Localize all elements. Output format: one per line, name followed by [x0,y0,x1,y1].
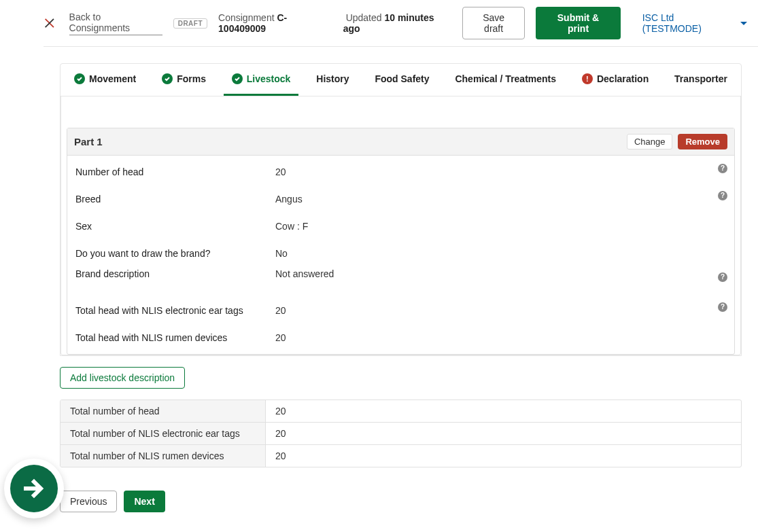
totals-label: Total number of NLIS rumen devices [61,445,266,467]
previous-button[interactable]: Previous [60,491,117,512]
change-button[interactable]: Change [627,134,673,149]
part-title: Part 1 [74,136,103,147]
field-label: Brand description [75,268,275,279]
totals-value: 20 [266,423,741,444]
field-label: Breed [75,194,275,205]
field-label: Do you want to draw the brand? [75,248,275,259]
logo-icon [44,17,56,29]
check-icon [74,73,85,84]
tab-history[interactable]: History [308,64,357,96]
totals-value: 20 [266,445,741,467]
field-label: Total head with NLIS rumen devices [75,332,275,343]
field-row: Number of head 20 ? [67,158,734,185]
field-label: Total head with NLIS electronic ear tags [75,305,275,316]
field-label: Sex [75,221,275,232]
field-value: No [275,248,726,259]
help-icon[interactable]: ? [718,191,727,200]
submit-print-button[interactable]: Submit & print [536,7,620,39]
help-icon[interactable]: ? [718,272,727,282]
table-row: Total number of head 20 [61,400,741,422]
remove-button[interactable]: Remove [678,134,727,149]
totals-label: Total number of head [61,400,266,422]
account-dropdown[interactable]: ISC Ltd (TESTMODE) [642,12,747,34]
tab-livestock[interactable]: Livestock [224,64,299,96]
totals-value: 20 [266,400,741,422]
updated-label: Updated 10 minutes ago [343,12,451,34]
alert-icon: ! [582,73,593,84]
tab-forms[interactable]: Forms [154,64,214,96]
fields-list: Number of head 20 ? Breed Angus ? Sex Co… [67,156,734,354]
tabs: Movement Forms Livestock History Food Sa… [61,64,741,96]
field-label: Number of head [75,166,275,177]
field-value: 20 [275,305,726,316]
check-icon [162,73,173,84]
part-header: Part 1 Change Remove [67,128,734,156]
tab-food-safety[interactable]: Food Safety [366,64,437,96]
field-value: Cow : F [275,221,726,232]
field-row: Breed Angus ? [67,185,734,213]
field-row: Sex Cow : F [67,213,734,240]
add-livestock-description-button[interactable]: Add livestock description [60,367,185,389]
part-card: Part 1 Change Remove Number of head 20 ?… [67,128,735,355]
save-draft-button[interactable]: Save draft [462,7,525,39]
help-icon[interactable]: ? [718,164,727,173]
tab-declaration[interactable]: ! Declaration [574,64,657,96]
draft-badge: DRAFT [173,18,207,29]
chevron-down-icon [740,22,747,25]
floating-next-icon[interactable] [4,459,64,518]
totals-label: Total number of NLIS electronic ear tags [61,423,266,444]
field-row: Total head with NLIS rumen devices 20 [67,324,734,351]
tab-chemical[interactable]: Chemical / Treatments [447,64,564,96]
check-icon [232,73,243,84]
field-value: Angus [275,194,726,205]
next-button[interactable]: Next [124,491,165,512]
table-row: Total number of NLIS rumen devices 20 [61,444,741,467]
totals-table: Total number of head 20 Total number of … [60,400,742,467]
field-value: 20 [275,166,726,177]
field-row: Total head with NLIS electronic ear tags… [67,297,734,324]
tab-movement[interactable]: Movement [66,64,144,96]
top-bar: Back to Consignments DRAFT Consignment C… [44,0,758,47]
livestock-panel: Part 1 Change Remove Number of head 20 ?… [61,96,741,355]
field-value: Not answered [275,268,726,279]
tab-transporter[interactable]: Transporter [666,64,736,96]
field-value: 20 [275,332,726,343]
nav-buttons: Previous Next [60,491,742,512]
consignment-label: Consignment C-100409009 [218,12,332,34]
help-icon[interactable]: ? [718,302,727,312]
field-row: Do you want to draw the brand? No [67,240,734,267]
table-row: Total number of NLIS electronic ear tags… [61,422,741,444]
arrow-right-icon [20,475,48,502]
back-link[interactable]: Back to Consignments [69,12,162,35]
field-row: Brand description Not answered ? [67,267,734,287]
